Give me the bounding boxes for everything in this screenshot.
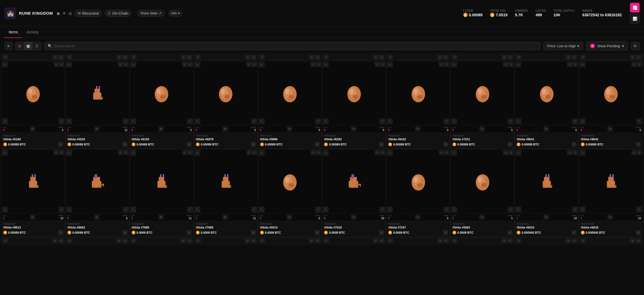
card-x-button[interactable]: ✕ [287,215,292,220]
card-price-row: ₿ 0.00089 BTC ⊡ [67,230,127,235]
cart-button[interactable]: ⊡ [507,230,512,235]
card-x-button[interactable]: ✕ [94,215,99,220]
nft-card[interactable]: ⊞ ⊞ ⊞ ⊞ ⊞ LVL 5 ✕ RMP [322,149,386,237]
cart-button[interactable]: ⊡ [507,142,512,147]
search-input[interactable] [54,44,537,48]
cart-button[interactable]: ⊡ [379,230,384,235]
nft-card[interactable]: ⊞ ⊞ ⊞ ⊞ ⊞ LVL 0 ✕ RMP 5 [386,61,450,149]
nft-card[interactable]: ⊞ ⊞ ⊞ ⊞ ⊞ LVL 0 ✕ RMP 5 [130,61,194,149]
cart-button[interactable]: ⊡ [315,230,320,235]
discord-icon[interactable]: ◉ [57,11,60,15]
corner-icon-tr2: ⊞ [123,55,128,59]
bottom-icon-r1: ⊞ [373,239,378,243]
nft-card[interactable]: ⊞ ⊞ ⊞ ⊞ ⊞ L [579,149,643,237]
card-x-button[interactable]: ✕ [351,215,356,220]
nft-card[interactable]: ⊞ ⊞ ⊞ ⊞ ⊞ LVL 0 ✕ RMP 5 [450,61,514,149]
card-x-button[interactable]: ✕ [158,215,163,220]
nft-card[interactable]: ⊞ ⊞ ⊞ ⊞ ⊞ LVL 0 ✕ RMP [65,149,130,237]
card-info: #63805915 Othila #8613 ₿ 0.00089 BTC ⊡ [1,221,65,237]
svg-rect-91 [354,186,357,188]
pulse-button[interactable]: 📈 [630,3,640,12]
lvl-stat: LVL 0 [452,214,456,220]
card-x-button[interactable]: ✕ [608,126,613,131]
stat-owners: OWNERS 5.7K [515,9,528,17]
sort-dropdown[interactable]: Price: Low to High ▾ [543,42,584,50]
show-pending-button[interactable]: ◉ Show Pending ▾ [586,41,628,50]
cart-button[interactable]: ⊡ [443,142,448,147]
card-price: ₿ 0.00089 BTC [3,142,26,146]
globe-icon[interactable]: ◎ [69,11,72,15]
nft-card[interactable]: ⊞ ⊞ ⊞ ⊞ ⊞ L [65,61,130,149]
cart-button[interactable]: ⊡ [443,230,448,235]
onchain-badge[interactable]: ⬡ On-Chain [105,10,131,17]
card-x-button[interactable]: ✕ [94,126,99,131]
card-x-button[interactable]: ✕ [608,215,613,220]
card-x-button[interactable]: ✕ [223,215,228,220]
nft-card[interactable]: ⊞ ⊞ ⊞ ⊞ ⊞ LVL 0 ✕ RMP 5 [258,61,322,149]
card-x-button[interactable]: ✕ [223,126,228,131]
nft-card[interactable]: ⊞ ⊞ ⊞ ⊞ ⊞ LVL 0 ✕ RMP 5 [194,61,258,149]
nft-card[interactable]: ⊞ ⊞ ⊞ ⊞ ⊞ LVL 0 ✕ RMP 5 [258,149,322,237]
svg-rect-88 [357,184,361,185]
nft-image-area: ⊞ ⊞ ⊞ ⊞ ⊞ [451,149,514,213]
card-x-button[interactable]: ✕ [544,126,549,131]
nft-card[interactable]: ⊞ ⊞ ⊞ ⊞ ⊞ LVL 0 ✕ RMP 5 [1,61,65,149]
cart-button[interactable]: ⊡ [251,230,256,235]
card-x-button[interactable]: ✕ [480,126,484,131]
cart-button[interactable]: ⊡ [58,230,63,235]
card-x-button[interactable]: ✕ [30,215,35,220]
card-x-button[interactable]: ✕ [415,126,420,131]
nft-card[interactable]: ⊞ ⊞ ⊞ ⊞ ⊞ LVL 0 ✕ RMP 5 [514,61,579,149]
share-stats-button[interactable]: Share Stats ↗ [137,10,164,17]
view-grid-button[interactable]: ⊞ [15,42,24,50]
twitter-icon[interactable]: ✕ [63,11,66,15]
nft-card[interactable]: ⊞ ⊞ ⊞ ⊞ ⊞ LVL 0 ✕ RMP 5 [450,149,514,237]
nft-card[interactable]: ⊞ ⊞ ⊞ ⊞ ⊞ L [194,149,258,237]
nft-card[interactable]: ⊞ ⊞ ⊞ ⊞ ⊞ LVL 0 ✕ RMP 5 [322,61,386,149]
view-list-button[interactable]: ☰ [33,42,41,50]
nft-card[interactable]: ⊞ ⊞ ⊞ ⊞ ⊞ LVL 0 ✕ RMP 5 [579,61,643,149]
cart-button[interactable]: ⊡ [251,142,256,147]
chevron-down-icon: ▾ [178,11,180,15]
cart-button[interactable]: ⊡ [187,230,192,235]
svg-rect-51 [37,186,38,188]
filter-button[interactable]: ≡ [4,42,12,50]
cart-button[interactable]: ⊡ [58,142,63,147]
price-value: 0.0009 BTC [265,231,281,234]
info-button[interactable]: Info ▾ [168,10,183,17]
card-x-button[interactable]: ✕ [158,126,163,131]
cart-button[interactable]: ⊡ [187,142,192,147]
card-x-button[interactable]: ✕ [480,215,484,220]
nft-card[interactable]: ⊞ ⊞ ⊞ ⊞ ⊞ L [514,149,579,237]
nft-card[interactable]: ⊞ ⊞ ⊞ ⊞ ⊞ L [130,149,194,237]
card-x-button[interactable]: ✕ [351,126,356,131]
cart-button[interactable]: ⊡ [572,142,577,147]
recursive-badge[interactable]: ⟲ Recursive [75,10,102,17]
price-value: 0.00089 BTC [137,143,154,146]
card-x-button[interactable]: ✕ [287,126,292,131]
card-id: #63805887b [581,134,641,137]
chart-button[interactable]: 📊 [630,14,640,24]
card-x-button[interactable]: ✕ [544,215,549,220]
cart-button[interactable]: ⊡ [636,230,641,235]
card-x-button[interactable]: ✕ [30,126,35,131]
cart-button[interactable]: ⊡ [122,230,127,235]
card-x-button[interactable]: ✕ [415,215,420,220]
corner-bl-icon: ⊞ [516,207,521,212]
cart-button[interactable]: ⊡ [122,142,127,147]
tab-activity[interactable]: Activity [22,27,43,38]
pending-icon: ◉ [590,43,595,48]
tab-items[interactable]: Items [4,27,22,38]
card-name: Othila #6293 [324,138,384,141]
cart-button[interactable]: ⊡ [572,230,577,235]
cart-button[interactable]: ⊡ [315,142,320,147]
view-grid2-button[interactable]: ▦ [24,42,33,50]
cart-button[interactable]: ⊡ [636,142,641,147]
nft-card[interactable]: ⊞ ⊞ ⊞ ⊞ ⊞ L [1,149,65,237]
pulse-icon: 📈 [633,5,637,10]
border-row-cell: ⊞ ⊞ ⊞ [1,54,65,61]
refresh-button[interactable]: ↻ [631,42,640,50]
nft-card[interactable]: ⊞ ⊞ ⊞ ⊞ ⊞ LVL 0 ✕ RMP 5 [386,149,450,237]
cart-button[interactable]: ⊡ [379,142,384,147]
corner-br-icon: ⊞ [380,207,385,212]
